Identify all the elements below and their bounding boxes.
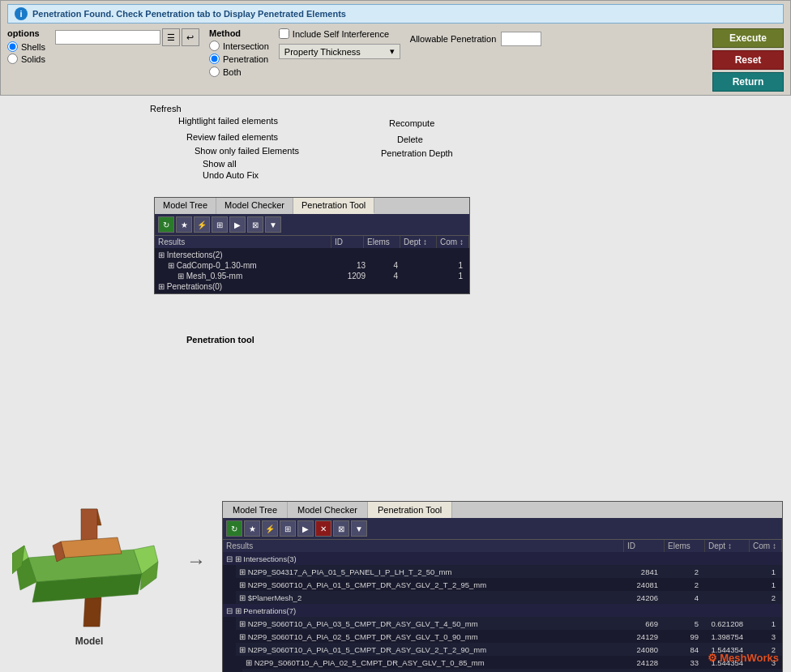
big-icon-4[interactable]: ▶	[297, 520, 314, 537]
big-pen-tabs: Model Tree Model Checker Penetration Too…	[223, 502, 782, 518]
pen-tool-tabs: Model Tree Model Checker Penetration Too…	[155, 198, 469, 214]
big-row-pen-1[interactable]: ⊞ N2P9_S060T10_A_PIA_03_5_CMPT_DR_ASY_GL…	[236, 617, 782, 630]
model-svg	[12, 501, 166, 631]
action-buttons: Execute Reset Return	[712, 28, 784, 92]
shells-radio[interactable]	[7, 41, 18, 52]
intersection-radio[interactable]	[209, 41, 220, 51]
intersection-radio-item[interactable]: Intersection	[209, 41, 269, 51]
pen-icon-3[interactable]: ⊞	[212, 216, 228, 233]
main-content: Refresh Hightlight failed elements Revie…	[0, 96, 791, 501]
banner-text: Penetration Found. Check Penetration tab…	[32, 9, 346, 19]
solids-radio-item[interactable]: Solids	[7, 54, 45, 64]
bottom-section: Model → Model Tree Model Checker Penetra…	[0, 501, 791, 672]
pen-icon-6[interactable]: ▼	[265, 216, 281, 233]
property-thickness-dropdown[interactable]: Property Thickness ▾	[279, 44, 400, 59]
big-tree: ⊟ ⊞ Intersections(3) ⊞ N2P9_S04317_A_PIA…	[223, 552, 782, 672]
select-2d-input[interactable]: Select 2D Elements	[55, 30, 160, 45]
pen-results-header: Results ID Elems Dept ↕ Com ↕	[155, 235, 469, 248]
pen-tree-row-mesh[interactable]: ⊞ Mesh_0.95-mm 1209 4 1	[174, 271, 469, 281]
meshworks-icon: ⚙	[708, 652, 717, 664]
pen-tool-caption: Penetration tool	[186, 335, 254, 345]
big-icon-6[interactable]: ⊠	[333, 520, 349, 537]
pen-tree-row-intersections[interactable]: ⊞ Intersections(2)	[155, 250, 469, 260]
pen-icon-5[interactable]: ⊠	[247, 216, 263, 233]
both-radio[interactable]	[209, 66, 220, 77]
big-icon-5[interactable]: ✕	[315, 520, 331, 537]
reset-button[interactable]: Reset	[712, 50, 784, 70]
select-list-icon[interactable]: ☰	[162, 28, 180, 46]
big-col-id: ID	[624, 540, 665, 552]
self-interference-checkbox-item[interactable]: Include Self Interference	[279, 28, 400, 39]
annotation-recompute: Recompute	[389, 118, 434, 128]
pen-refresh-icon[interactable]: ↻	[158, 216, 174, 233]
property-thickness-row[interactable]: Property Thickness ▾	[279, 44, 400, 59]
big-col-elems: Elems	[665, 540, 705, 552]
big-pen-toolbar: ↻ ★ ⚡ ⊞ ▶ ✕ ⊠ ▼	[223, 518, 782, 539]
big-row-pen-2[interactable]: ⊞ N2P9_S060T10_A_PIA_02_5_CMPT_DR_ASY_GL…	[236, 630, 782, 643]
big-refresh-icon[interactable]: ↻	[226, 520, 242, 537]
self-interference-label: Include Self Interference	[293, 29, 389, 39]
both-label: Both	[223, 67, 242, 77]
penetration-radio-item[interactable]: Penetration	[209, 54, 269, 64]
big-icon-7[interactable]: ▼	[351, 520, 367, 537]
select-back-icon[interactable]: ↩	[182, 28, 199, 46]
pen-icon-4[interactable]: ▶	[229, 216, 246, 233]
pen-tab-model-checker[interactable]: Model Checker	[216, 198, 293, 214]
pen-tree-row-penetrations[interactable]: ⊞ Penetrations(0)	[155, 281, 469, 292]
penetration-label: Penetration	[223, 54, 268, 64]
annotation-refresh: Refresh	[150, 104, 182, 113]
big-row-pen-4[interactable]: ⊞ N2P9_S060T10_A_PIA_02_5_CMPT_DR_ASY_GL…	[242, 656, 782, 669]
annotation-delete: Delete	[397, 135, 423, 144]
self-interference-checkbox[interactable]	[279, 28, 289, 39]
select-group: Select 2D Elements ☰ ↩	[55, 28, 199, 46]
pen-icon-1[interactable]: ★	[176, 216, 192, 233]
pen-tab-model-tree[interactable]: Model Tree	[155, 198, 216, 214]
big-row-pen-3[interactable]: ⊞ N2P9_S060T10_A_PIA_01_5_CMPT_DR_ASY_GL…	[236, 643, 782, 656]
big-row-cmpt-dr-95[interactable]: ⊞ N2P9_S060T10_A_PIA_01_5_CMPT_DR_ASY_GL…	[236, 578, 782, 591]
return-button[interactable]: Return	[712, 72, 784, 92]
solids-radio[interactable]	[7, 54, 18, 64]
big-row-pen-5[interactable]: ⊞ N2P9_S060T10_A_PIA_02_5_CMPT_DR_ASY_GL…	[242, 669, 782, 672]
big-col-com: Com ↕	[750, 540, 782, 552]
pen-tab-penetration-tool[interactable]: Penetration Tool	[293, 198, 374, 214]
pen-col-results: Results	[155, 236, 331, 248]
right-arrow-icon: →	[186, 550, 206, 572]
penetration-radio[interactable]	[209, 54, 220, 64]
big-row-planer[interactable]: ⊞ $PlanerMesh_2 24206 4 2	[236, 591, 782, 604]
model-area: Model	[8, 501, 170, 647]
shells-radio-item[interactable]: Shells	[7, 41, 45, 52]
annotation-show-only: Show only failed Elements	[195, 146, 299, 156]
method-group: Method Intersection Penetration Both	[209, 28, 269, 77]
big-tab-penetration-tool[interactable]: Penetration Tool	[368, 502, 452, 518]
annotation-show-all: Show all	[203, 159, 237, 169]
both-radio-item[interactable]: Both	[209, 66, 269, 77]
big-icon-2[interactable]: ⚡	[262, 520, 278, 537]
big-results-header: Results ID Elems Dept ↕ Com ↕	[223, 539, 782, 552]
method-label: Method	[209, 28, 269, 38]
svg-marker-3	[83, 598, 101, 627]
solids-label: Solids	[21, 54, 45, 64]
big-col-dept: Dept ↕	[705, 540, 750, 552]
big-icon-3[interactable]: ⊞	[280, 520, 296, 537]
shells-label: Shells	[21, 42, 45, 52]
diagram-area: Refresh Hightlight failed elements Revie…	[8, 104, 783, 493]
execute-button[interactable]: Execute	[712, 28, 784, 48]
pen-col-dept: Dept ↕	[400, 236, 437, 248]
annotation-review: Review failed elements	[186, 132, 278, 142]
pen-icon-2[interactable]: ⚡	[194, 216, 210, 233]
allowable-group: Allowable Penetration 0.5	[410, 32, 541, 46]
allowable-input[interactable]: 0.5	[501, 32, 541, 46]
meshworks-logo: ⚙ MeshWorks	[708, 652, 779, 664]
pen-tool-toolbar: ↻ ★ ⚡ ⊞ ▶ ⊠ ▼	[155, 214, 469, 235]
intersection-label: Intersection	[223, 41, 269, 51]
big-row-penetrations-group[interactable]: ⊟ ⊞ Penetrations(7)	[223, 604, 782, 617]
pen-col-com: Com ↕	[437, 236, 469, 248]
interference-group: Include Self Interference Property Thick…	[279, 28, 400, 59]
big-tab-model-tree[interactable]: Model Tree	[223, 502, 288, 518]
big-row-intersections-group[interactable]: ⊟ ⊞ Intersections(3)	[223, 552, 782, 565]
options-label: options	[7, 28, 45, 38]
big-icon-1[interactable]: ★	[244, 520, 260, 537]
big-row-panel[interactable]: ⊞ N2P9_S04317_A_PIA_01_5_PANEL_I_P_LH_T_…	[236, 565, 782, 578]
pen-tree-row-cadcomp[interactable]: ⊞ CadComp-0_1.30-mm 13 4 1	[165, 260, 469, 271]
big-tab-model-checker[interactable]: Model Checker	[288, 502, 368, 518]
